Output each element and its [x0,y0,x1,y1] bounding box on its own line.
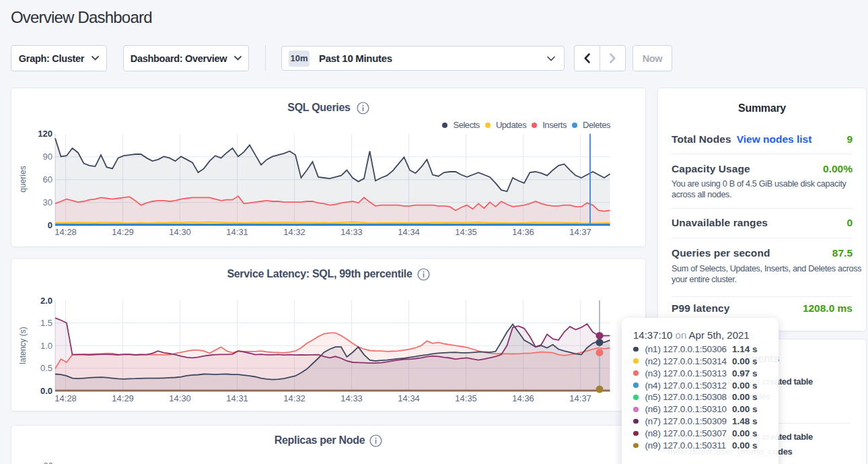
svg-text:14:33: 14:33 [340,227,363,237]
svg-text:0: 0 [48,220,52,230]
svg-text:1.0: 1.0 [40,341,52,351]
svg-text:14:34: 14:34 [398,393,420,403]
svg-text:30: 30 [43,197,52,207]
svg-text:14:35: 14:35 [455,393,477,403]
svg-text:queries: queries [18,166,28,192]
svg-text:14:31: 14:31 [226,227,248,237]
svg-text:14:28: 14:28 [55,393,77,403]
svg-text:14:29: 14:29 [112,393,134,403]
svg-text:1.5: 1.5 [40,318,52,328]
svg-text:14:29: 14:29 [112,227,134,237]
svg-text:14:32: 14:32 [283,227,305,237]
svg-text:14:33: 14:33 [340,393,363,403]
svg-text:14:32: 14:32 [283,393,305,403]
svg-text:0.5: 0.5 [40,363,52,373]
svg-text:14:36: 14:36 [512,227,534,237]
svg-text:14:30: 14:30 [169,393,191,403]
svg-text:60: 60 [43,174,52,185]
svg-text:14:34: 14:34 [398,227,420,237]
svg-text:14:36: 14:36 [512,393,534,403]
svg-text:14:31: 14:31 [226,393,248,403]
svg-text:14:35: 14:35 [455,227,477,237]
svg-text:14:37: 14:37 [569,227,591,237]
svg-text:14:37: 14:37 [569,393,591,403]
svg-text:14:28: 14:28 [55,227,77,237]
svg-text:latency (s): latency (s) [18,327,28,364]
svg-text:90: 90 [43,152,52,162]
svg-text:14:30: 14:30 [169,227,191,237]
svg-text:120: 120 [38,129,52,139]
svg-text:0.0: 0.0 [40,386,52,396]
svg-text:2.0: 2.0 [40,296,52,306]
